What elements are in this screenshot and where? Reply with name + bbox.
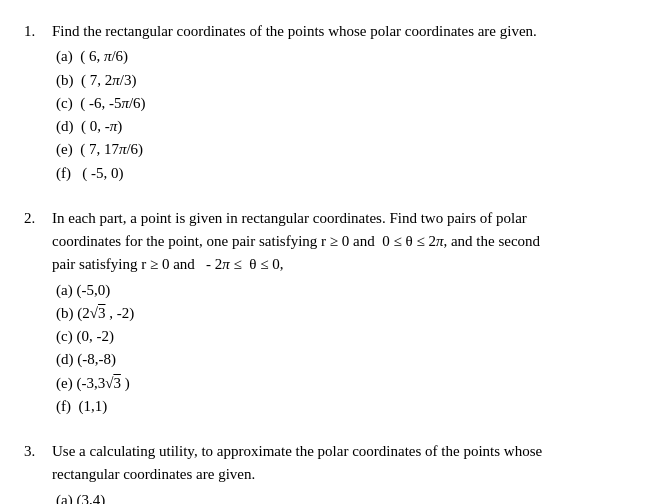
problem-1-content: Find the rectangular coordinates of the …	[52, 20, 646, 185]
problem-2-part-c: (c) (0, -2)	[56, 325, 646, 348]
problem-1-part-b: (b) ( 7, 2π/3)	[56, 69, 646, 92]
problem-1-parts: (a) ( 6, π/6) (b) ( 7, 2π/3) (c) ( -6, -…	[56, 45, 646, 185]
problem-2-part-a: (a) (-5,0)	[56, 279, 646, 302]
problem-2-parts: (a) (-5,0) (b) (2√3 , -2) (c) (0, -2) (d…	[56, 279, 646, 419]
problem-1-text: Find the rectangular coordinates of the …	[52, 20, 646, 43]
problem-1-number: 1.	[24, 20, 52, 185]
problem-3-text: Use a calculating utility, to approximat…	[52, 440, 646, 487]
problem-2: 2. In each part, a point is given in rec…	[24, 207, 646, 418]
problem-1-part-e: (e) ( 7, 17π/6)	[56, 138, 646, 161]
problem-1-part-c: (c) ( -6, -5π/6)	[56, 92, 646, 115]
problem-2-content: In each part, a point is given in rectan…	[52, 207, 646, 418]
problem-3-parts: (a) (3,4) (b) (6, -8) (c) (-1, tan-1 1)	[56, 489, 646, 505]
problem-1-part-d: (d) ( 0, -π)	[56, 115, 646, 138]
problem-2-part-f: (f) (1,1)	[56, 395, 646, 418]
problem-2-number: 2.	[24, 207, 52, 418]
problem-1-part-f: (f) ( -5, 0)	[56, 162, 646, 185]
problem-3: 3. Use a calculating utility, to approxi…	[24, 440, 646, 504]
problem-1-part-a: (a) ( 6, π/6)	[56, 45, 646, 68]
problem-2-part-d: (d) (-8,-8)	[56, 348, 646, 371]
problem-3-content: Use a calculating utility, to approximat…	[52, 440, 646, 504]
page-content: 1. Find the rectangular coordinates of t…	[24, 20, 646, 504]
problem-3-number: 3.	[24, 440, 52, 504]
problem-3-part-a: (a) (3,4)	[56, 489, 646, 505]
problem-2-part-b: (b) (2√3 , -2)	[56, 302, 646, 325]
problem-2-part-e: (e) (-3,3√3 )	[56, 372, 646, 395]
problem-1: 1. Find the rectangular coordinates of t…	[24, 20, 646, 185]
problem-2-text: In each part, a point is given in rectan…	[52, 207, 646, 277]
